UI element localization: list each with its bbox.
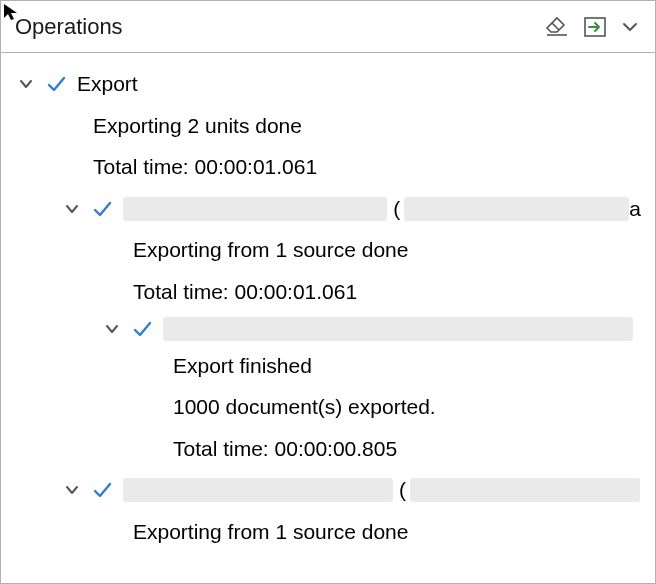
tree-detail-line: Export finished <box>1 345 655 387</box>
chevron-down-icon[interactable] <box>103 320 121 338</box>
tree-detail-line: 1000 document(s) exported. <box>1 386 655 428</box>
status-text: Exporting from 1 source done <box>133 515 408 549</box>
paren-text: ( <box>393 192 400 226</box>
inner-count: 1000 document(s) exported. <box>173 390 436 424</box>
check-icon <box>131 318 153 340</box>
tree-detail-line: Exporting from 1 source done <box>1 229 655 271</box>
panel-actions <box>543 13 641 41</box>
operations-tree: Export Exporting 2 units done Total time… <box>1 53 655 553</box>
trailing-char: a <box>629 192 641 226</box>
tree-detail-line: Total time: 00:00:01.061 <box>1 146 655 188</box>
redacted-text <box>163 317 633 341</box>
mouse-cursor <box>2 2 24 24</box>
chevron-down-icon[interactable] <box>63 200 81 218</box>
status-text: Exporting from 1 source done <box>133 233 408 267</box>
time-text: Total time: 00:00:01.061 <box>133 275 357 309</box>
operations-panel: Operations <box>0 0 656 584</box>
tree-node-label: Export <box>77 67 138 101</box>
tree-detail-line: Total time: 00:00:01.061 <box>1 271 655 313</box>
tree-detail-line: Exporting 2 units done <box>1 105 655 147</box>
redacted-text <box>404 197 629 221</box>
paren-text: ( <box>399 473 406 507</box>
inner-status: Export finished <box>173 349 312 383</box>
chevron-down-icon[interactable] <box>63 481 81 499</box>
panel-header: Operations <box>1 1 655 53</box>
tree-detail-line: Exporting from 1 source done <box>1 511 655 553</box>
export-icon[interactable] <box>581 13 609 41</box>
tree-node-export[interactable]: Export <box>1 63 655 105</box>
chevron-down-icon[interactable] <box>17 75 35 93</box>
check-icon <box>45 73 67 95</box>
erase-icon[interactable] <box>543 13 571 41</box>
inner-time: Total time: 00:00:00.805 <box>173 432 397 466</box>
check-icon <box>91 198 113 220</box>
panel-title: Operations <box>15 14 123 40</box>
time-text: Total time: 00:00:01.061 <box>93 150 317 184</box>
redacted-text <box>123 197 387 221</box>
status-text: Exporting 2 units done <box>93 109 302 143</box>
tree-node-child[interactable]: ( a <box>1 188 655 230</box>
redacted-text <box>123 478 393 502</box>
tree-node-child[interactable]: ( <box>1 469 655 511</box>
redacted-text <box>410 478 640 502</box>
tree-node-inner[interactable] <box>1 313 655 345</box>
check-icon <box>91 479 113 501</box>
menu-chevron-down-icon[interactable] <box>619 16 641 38</box>
tree-detail-line: Total time: 00:00:00.805 <box>1 428 655 470</box>
